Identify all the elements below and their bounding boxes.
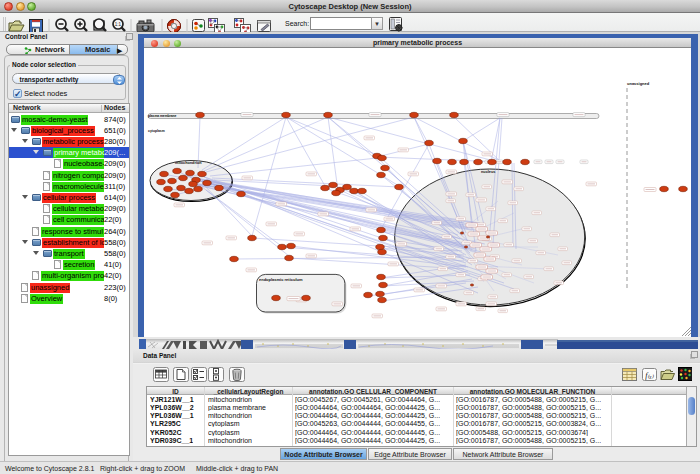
svg-text:mitochondrion: mitochondrion: [175, 161, 202, 165]
svg-text:plasma membrane: plasma membrane: [148, 114, 176, 118]
svg-text:f₍ₓ₎: f₍ₓ₎: [645, 371, 654, 380]
svg-text:nucleus: nucleus: [481, 170, 495, 174]
svg-text:unassigned: unassigned: [627, 81, 650, 86]
svg-text:cytoplasm: cytoplasm: [148, 129, 165, 133]
svg-text:endoplasmic reticulum: endoplasmic reticulum: [259, 277, 303, 282]
svg-text:1:1: 1:1: [115, 22, 122, 27]
